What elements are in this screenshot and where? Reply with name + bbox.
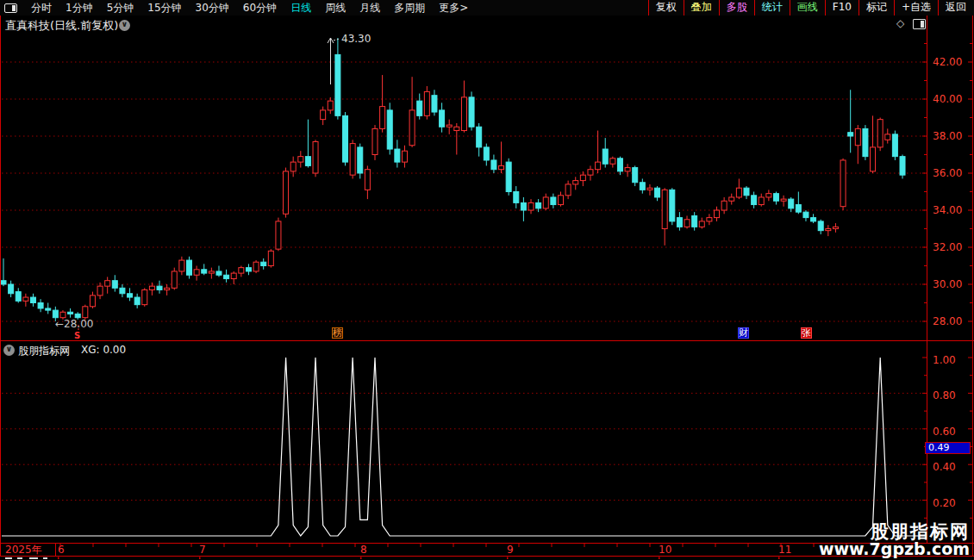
main-chart-canvas[interactable] xyxy=(2,34,925,339)
tab-5min[interactable]: 5分钟 xyxy=(100,0,141,16)
tab-monthly[interactable]: 月线 xyxy=(353,0,387,16)
menu-back[interactable]: 返回 xyxy=(938,0,973,16)
indicator-tick-label: 0.40 xyxy=(933,461,971,473)
indicator-value-label: XG: 0.00 xyxy=(81,344,126,356)
price-tick-label: 34.00 xyxy=(933,204,971,216)
price-tick-label: 28.00 xyxy=(933,315,971,327)
window-layout-icon[interactable] xyxy=(0,0,21,16)
menu-mark[interactable]: 标记 xyxy=(858,0,894,16)
watermark-site-name: 股朋指标网 xyxy=(819,522,970,541)
low-price-annotation: ←28.00 xyxy=(55,318,93,330)
sell-event-marker: S xyxy=(74,331,80,340)
watermark-url: www.7gpzb.com xyxy=(819,541,970,558)
period-tabs: 分时1分钟5分钟15分钟30分钟60分钟日线周线月线多周期更多> xyxy=(24,0,475,16)
month-label: 11 xyxy=(778,544,791,556)
indicator-value-marker: 0.49 xyxy=(925,442,971,454)
menu-overlay[interactable]: 叠加 xyxy=(684,0,719,16)
menu-draw-line[interactable]: 画线 xyxy=(790,0,825,16)
month-label: 6 xyxy=(58,544,65,556)
indicator-name: 股朋指标网 xyxy=(18,344,70,358)
price-tick-label: 40.00 xyxy=(933,93,971,105)
app-window: 分时1分钟5分钟15分钟30分钟60分钟日线周线月线多周期更多> 复权叠加多股统… xyxy=(0,0,974,560)
tab-intraday[interactable]: 分时 xyxy=(24,0,59,16)
menu-add-watchlist[interactable]: +自选 xyxy=(894,0,938,16)
price-tick-label: 38.00 xyxy=(933,130,971,142)
indicator-tick-label: 1.00 xyxy=(933,354,971,366)
price-tick-label: 30.00 xyxy=(933,278,971,290)
event-marker[interactable]: 财 xyxy=(738,327,749,339)
tab-1min[interactable]: 1分钟 xyxy=(59,0,100,16)
month-label: 9 xyxy=(507,544,514,556)
month-label: 7 xyxy=(199,544,206,556)
menu-f10[interactable]: F10 xyxy=(825,0,858,16)
price-tick-label: 42.00 xyxy=(933,56,971,68)
toolbar: 分时1分钟5分钟15分钟30分钟60分钟日线周线月线多周期更多> 复权叠加多股统… xyxy=(0,0,974,16)
event-marker[interactable]: 榜 xyxy=(332,327,343,339)
indicator-chevron-icon[interactable]: ∨ xyxy=(3,345,15,356)
price-tick-label: 32.00 xyxy=(933,241,971,253)
watermark: 股朋指标网 www.7gpzb.com xyxy=(819,522,970,558)
indicator-tick-label: 0.80 xyxy=(933,389,971,401)
indicator-tick-label: 0.20 xyxy=(933,497,971,509)
chart-title: 直真科技(日线.前复权) xyxy=(5,18,118,34)
tab-weekly[interactable]: 周线 xyxy=(318,0,353,16)
tab-multi-period[interactable]: 多周期 xyxy=(387,0,432,16)
tab-daily[interactable]: 日线 xyxy=(284,0,318,16)
tab-15min[interactable]: 15分钟 xyxy=(140,0,188,16)
menu-multi-stock[interactable]: 多股 xyxy=(719,0,754,16)
tab-60min[interactable]: 60分钟 xyxy=(236,0,284,16)
indicator-tick-label: 0.60 xyxy=(933,426,971,438)
chevron-down-icon[interactable]: ∨ xyxy=(119,20,130,31)
event-marker[interactable]: 张 xyxy=(801,327,812,339)
split-window-icon[interactable] xyxy=(913,19,926,29)
high-price-annotation: 43.30 xyxy=(341,33,371,45)
menu-statistics[interactable]: 统计 xyxy=(754,0,790,16)
month-label: 8 xyxy=(360,544,367,556)
year-label: 2025年 xyxy=(5,544,42,556)
indicator-canvas[interactable] xyxy=(2,342,925,542)
tab-more[interactable]: 更多> xyxy=(432,0,475,16)
month-label: 10 xyxy=(659,544,671,556)
diamond-icon[interactable]: ◇ xyxy=(896,17,904,29)
tab-30min[interactable]: 30分钟 xyxy=(189,0,236,16)
menu-adjust-rights[interactable]: 复权 xyxy=(648,0,684,16)
price-tick-label: 36.00 xyxy=(933,167,971,179)
toolbar-menu: 复权叠加多股统计画线F10标记+自选返回 xyxy=(648,0,973,16)
